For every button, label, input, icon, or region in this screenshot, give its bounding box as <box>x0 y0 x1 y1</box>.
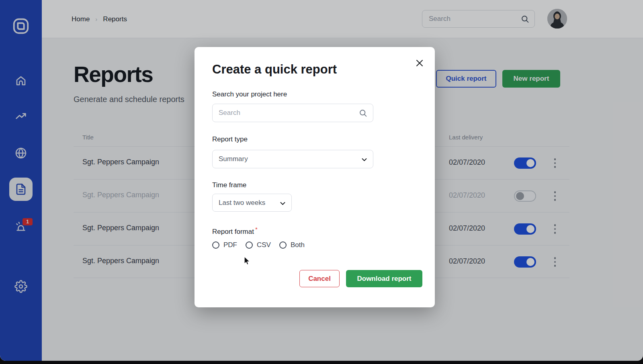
report-type-select[interactable]: Summary <box>212 150 373 168</box>
report-format-radio-group: PDF CSV Both <box>212 241 305 249</box>
app-window: Home › Reports R <box>0 0 643 361</box>
time-frame-value: Last two weeks <box>219 199 265 207</box>
radio-label: Both <box>291 241 305 249</box>
modal-title: Create a quick report <box>212 62 337 77</box>
project-search-input[interactable] <box>213 104 373 122</box>
time-frame-select[interactable]: Last two weeks <box>212 194 292 212</box>
chevron-down-icon <box>361 156 368 163</box>
download-report-button[interactable]: Download report <box>346 270 422 287</box>
radio-button-icon <box>246 241 253 249</box>
cancel-button[interactable]: Cancel <box>299 270 340 287</box>
radio-option-both[interactable]: Both <box>279 241 305 249</box>
report-type-value: Summary <box>219 155 248 163</box>
modal-footer: Cancel Download report <box>212 270 422 287</box>
chevron-down-icon <box>279 200 286 207</box>
report-type-label: Report type <box>212 135 248 143</box>
radio-label: CSV <box>257 241 271 249</box>
quick-report-modal: Create a quick report Search your projec… <box>195 47 435 307</box>
radio-option-csv[interactable]: CSV <box>246 241 271 249</box>
radio-option-pdf[interactable]: PDF <box>212 241 237 249</box>
project-search-field <box>212 104 373 122</box>
radio-label: PDF <box>223 241 237 249</box>
close-icon[interactable] <box>415 58 424 68</box>
radio-button-icon <box>279 241 287 249</box>
radio-button-icon <box>212 241 219 249</box>
time-frame-label: Time frame <box>212 181 246 189</box>
project-search-label: Search your project here <box>212 90 287 98</box>
screen: Home › Reports R <box>0 0 643 364</box>
report-format-label-text: Report format <box>212 228 254 235</box>
report-format-label: Report format* <box>212 226 258 236</box>
required-asterisk: * <box>255 226 258 233</box>
search-icon <box>359 109 367 117</box>
